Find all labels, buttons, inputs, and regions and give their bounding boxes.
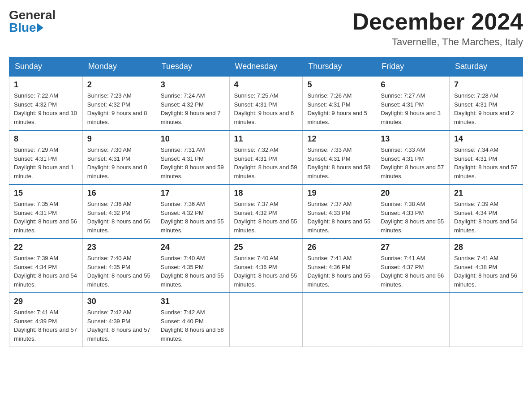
col-header-friday: Friday (376, 57, 450, 77)
day-info: Sunrise: 7:29 AMSunset: 4:31 PMDaylight:… (14, 146, 78, 180)
calendar-cell: 26Sunrise: 7:41 AMSunset: 4:36 PMDayligh… (303, 239, 376, 293)
col-header-thursday: Thursday (303, 57, 376, 77)
logo: General Blue (9, 9, 56, 34)
day-info: Sunrise: 7:30 AMSunset: 4:31 PMDaylight:… (87, 146, 151, 180)
day-info: Sunrise: 7:32 AMSunset: 4:31 PMDaylight:… (234, 146, 298, 180)
calendar-cell: 7Sunrise: 7:28 AMSunset: 4:31 PMDaylight… (450, 76, 523, 130)
day-info: Sunrise: 7:36 AMSunset: 4:32 PMDaylight:… (161, 200, 225, 235)
day-number: 21 (454, 188, 518, 198)
day-info: Sunrise: 7:40 AMSunset: 4:35 PMDaylight:… (161, 254, 225, 289)
day-number: 23 (87, 243, 151, 252)
calendar-cell: 6Sunrise: 7:27 AMSunset: 4:31 PMDaylight… (376, 76, 450, 130)
week-row-2: 8Sunrise: 7:29 AMSunset: 4:31 PMDaylight… (9, 130, 523, 184)
col-header-wednesday: Wednesday (229, 57, 303, 77)
day-info: Sunrise: 7:41 AMSunset: 4:37 PMDaylight:… (381, 254, 445, 289)
week-row-1: 1Sunrise: 7:22 AMSunset: 4:32 PMDaylight… (9, 76, 523, 130)
day-info: Sunrise: 7:31 AMSunset: 4:31 PMDaylight:… (161, 146, 225, 180)
col-header-tuesday: Tuesday (156, 57, 229, 77)
calendar-cell: 14Sunrise: 7:34 AMSunset: 4:31 PMDayligh… (450, 130, 523, 184)
calendar-cell: 24Sunrise: 7:40 AMSunset: 4:35 PMDayligh… (156, 239, 229, 293)
calendar-cell: 8Sunrise: 7:29 AMSunset: 4:31 PMDaylight… (9, 130, 83, 184)
day-info: Sunrise: 7:27 AMSunset: 4:31 PMDaylight:… (381, 91, 445, 126)
calendar-cell: 9Sunrise: 7:30 AMSunset: 4:31 PMDaylight… (82, 130, 156, 184)
day-info: Sunrise: 7:41 AMSunset: 4:38 PMDaylight:… (454, 254, 518, 289)
day-number: 1 (14, 80, 78, 90)
day-number: 18 (234, 188, 298, 198)
day-number: 19 (307, 188, 371, 198)
calendar-cell: 2Sunrise: 7:23 AMSunset: 4:32 PMDaylight… (82, 76, 156, 130)
calendar-cell: 23Sunrise: 7:40 AMSunset: 4:35 PMDayligh… (82, 239, 156, 293)
calendar-cell: 31Sunrise: 7:42 AMSunset: 4:40 PMDayligh… (156, 293, 229, 347)
calendar-cell: 30Sunrise: 7:42 AMSunset: 4:39 PMDayligh… (82, 293, 156, 347)
logo-arrow-icon (37, 23, 43, 32)
col-header-saturday: Saturday (450, 57, 523, 77)
col-header-sunday: Sunday (9, 57, 83, 77)
location-text: Tavernelle, The Marches, Italy (352, 36, 523, 48)
col-header-monday: Monday (82, 57, 156, 77)
day-number: 3 (161, 80, 225, 90)
day-info: Sunrise: 7:39 AMSunset: 4:34 PMDaylight:… (454, 200, 518, 235)
day-info: Sunrise: 7:28 AMSunset: 4:31 PMDaylight:… (454, 91, 518, 126)
day-info: Sunrise: 7:37 AMSunset: 4:32 PMDaylight:… (234, 200, 298, 235)
day-number: 6 (381, 80, 445, 90)
day-info: Sunrise: 7:40 AMSunset: 4:36 PMDaylight:… (234, 254, 298, 289)
calendar-cell: 11Sunrise: 7:32 AMSunset: 4:31 PMDayligh… (229, 130, 303, 184)
day-number: 29 (14, 297, 78, 306)
day-info: Sunrise: 7:22 AMSunset: 4:32 PMDaylight:… (14, 91, 78, 126)
calendar-table: SundayMondayTuesdayWednesdayThursdayFrid… (9, 57, 523, 347)
calendar-cell (376, 293, 450, 347)
day-number: 14 (454, 134, 518, 144)
week-row-5: 29Sunrise: 7:41 AMSunset: 4:39 PMDayligh… (9, 293, 523, 347)
calendar-cell: 12Sunrise: 7:33 AMSunset: 4:31 PMDayligh… (303, 130, 376, 184)
calendar-cell: 13Sunrise: 7:33 AMSunset: 4:31 PMDayligh… (376, 130, 450, 184)
day-info: Sunrise: 7:41 AMSunset: 4:39 PMDaylight:… (14, 308, 78, 343)
calendar-cell (229, 293, 303, 347)
day-number: 5 (307, 80, 371, 90)
day-info: Sunrise: 7:34 AMSunset: 4:31 PMDaylight:… (454, 146, 518, 180)
title-section: December 2024 Tavernelle, The Marches, I… (352, 9, 523, 48)
calendar-cell (450, 293, 523, 347)
calendar-cell: 29Sunrise: 7:41 AMSunset: 4:39 PMDayligh… (9, 293, 83, 347)
calendar-cell: 25Sunrise: 7:40 AMSunset: 4:36 PMDayligh… (229, 239, 303, 293)
calendar-cell: 4Sunrise: 7:25 AMSunset: 4:31 PMDaylight… (229, 76, 303, 130)
calendar-cell: 3Sunrise: 7:24 AMSunset: 4:32 PMDaylight… (156, 76, 229, 130)
day-number: 10 (161, 134, 225, 144)
day-info: Sunrise: 7:36 AMSunset: 4:32 PMDaylight:… (87, 200, 151, 235)
day-number: 13 (381, 134, 445, 144)
day-info: Sunrise: 7:26 AMSunset: 4:31 PMDaylight:… (307, 91, 371, 126)
day-number: 28 (454, 243, 518, 252)
week-row-4: 22Sunrise: 7:39 AMSunset: 4:34 PMDayligh… (9, 239, 523, 293)
day-number: 30 (87, 297, 151, 306)
day-info: Sunrise: 7:41 AMSunset: 4:36 PMDaylight:… (307, 254, 371, 289)
day-number: 9 (87, 134, 151, 144)
day-info: Sunrise: 7:40 AMSunset: 4:35 PMDaylight:… (87, 254, 151, 289)
logo-general-text: General (9, 9, 56, 21)
logo-blue-text: Blue (9, 21, 36, 34)
day-number: 7 (454, 80, 518, 90)
day-number: 4 (234, 80, 298, 90)
day-number: 22 (14, 243, 78, 252)
day-info: Sunrise: 7:38 AMSunset: 4:33 PMDaylight:… (381, 200, 445, 235)
day-info: Sunrise: 7:37 AMSunset: 4:33 PMDaylight:… (307, 200, 371, 235)
calendar-cell (303, 293, 376, 347)
day-number: 24 (161, 243, 225, 252)
calendar-cell: 10Sunrise: 7:31 AMSunset: 4:31 PMDayligh… (156, 130, 229, 184)
calendar-cell: 22Sunrise: 7:39 AMSunset: 4:34 PMDayligh… (9, 239, 83, 293)
week-row-3: 15Sunrise: 7:35 AMSunset: 4:31 PMDayligh… (9, 184, 523, 239)
calendar-cell: 21Sunrise: 7:39 AMSunset: 4:34 PMDayligh… (450, 184, 523, 239)
day-number: 16 (87, 188, 151, 198)
calendar-cell: 5Sunrise: 7:26 AMSunset: 4:31 PMDaylight… (303, 76, 376, 130)
day-info: Sunrise: 7:39 AMSunset: 4:34 PMDaylight:… (14, 254, 78, 289)
day-number: 12 (307, 134, 371, 144)
calendar-cell: 28Sunrise: 7:41 AMSunset: 4:38 PMDayligh… (450, 239, 523, 293)
calendar-cell: 18Sunrise: 7:37 AMSunset: 4:32 PMDayligh… (229, 184, 303, 239)
day-info: Sunrise: 7:42 AMSunset: 4:39 PMDaylight:… (87, 308, 151, 343)
day-info: Sunrise: 7:33 AMSunset: 4:31 PMDaylight:… (307, 146, 371, 180)
day-number: 2 (87, 80, 151, 90)
day-info: Sunrise: 7:33 AMSunset: 4:31 PMDaylight:… (381, 146, 445, 180)
calendar-header-row: SundayMondayTuesdayWednesdayThursdayFrid… (9, 57, 523, 77)
day-info: Sunrise: 7:35 AMSunset: 4:31 PMDaylight:… (14, 200, 78, 235)
day-number: 25 (234, 243, 298, 252)
calendar-cell: 15Sunrise: 7:35 AMSunset: 4:31 PMDayligh… (9, 184, 83, 239)
day-number: 8 (14, 134, 78, 144)
